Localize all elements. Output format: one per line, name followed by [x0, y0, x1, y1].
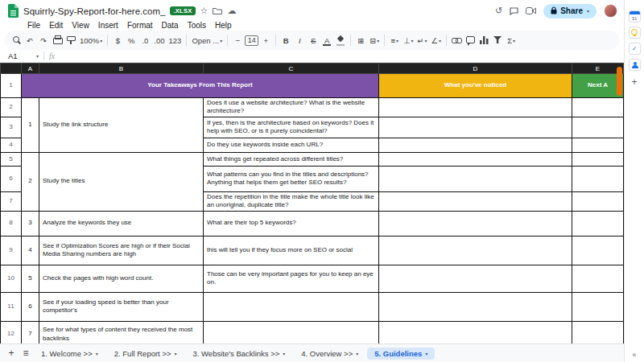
paint-format-icon[interactable] — [64, 33, 77, 47]
row-header[interactable]: 7 — [1, 191, 22, 211]
cell[interactable]: Do they use keywords inside each URL? — [204, 138, 379, 152]
star-icon[interactable]: ☆ — [200, 6, 208, 15]
cell[interactable] — [379, 166, 572, 191]
document-title[interactable]: Squirrly-Spy-Report-for-here.com_ — [23, 6, 165, 16]
undo-icon[interactable]: ↶ — [23, 33, 36, 47]
cell[interactable] — [572, 117, 624, 138]
cell[interactable] — [379, 117, 572, 138]
tab-caret-icon[interactable]: ▾ — [175, 351, 177, 356]
get-addons-icon[interactable]: + — [629, 76, 641, 88]
print-icon[interactable] — [51, 33, 64, 47]
row-header[interactable]: 6 — [1, 166, 22, 191]
share-caret-icon[interactable]: ▾ — [587, 8, 589, 14]
text-rotation-icon[interactable]: ∠▾ — [430, 33, 444, 47]
cell[interactable] — [572, 265, 624, 292]
cell[interactable] — [572, 152, 624, 166]
column-header[interactable]: D — [379, 64, 572, 74]
cell-name-box[interactable]: A1 ▾ — [8, 51, 39, 60]
cell[interactable] — [572, 236, 624, 265]
menu-tools[interactable]: Tools — [188, 21, 206, 30]
cell[interactable] — [572, 292, 624, 321]
cell[interactable] — [379, 152, 572, 166]
row-header[interactable]: 8 — [1, 211, 22, 236]
fill-color-icon[interactable] — [334, 33, 347, 47]
cell[interactable] — [379, 98, 572, 117]
menu-edit[interactable]: Edit — [49, 21, 63, 30]
menu-help[interactable]: Help — [215, 21, 232, 30]
table-header-noticed[interactable]: What you've noticed — [379, 74, 572, 98]
font-size-input[interactable]: 14 — [245, 35, 258, 46]
sheet-tab-welcome[interactable]: 1. Welcome >> ▾ — [34, 348, 105, 360]
column-header[interactable]: C — [204, 64, 379, 74]
select-all-corner[interactable] — [1, 64, 22, 74]
cell[interactable]: 2 — [22, 152, 39, 211]
row-header[interactable]: 2 — [1, 98, 22, 117]
merge-cells-icon[interactable]: ⊟▾ — [368, 33, 381, 47]
menu-insert[interactable]: Insert — [98, 21, 118, 30]
menu-view[interactable]: View — [72, 21, 89, 30]
strikethrough-icon[interactable]: S — [307, 33, 320, 47]
menu-data[interactable]: Data — [162, 21, 179, 30]
cell[interactable]: 3 — [22, 211, 39, 236]
redo-icon[interactable]: ↷ — [37, 33, 50, 47]
scrollbar-thumb[interactable] — [617, 67, 622, 96]
cell[interactable] — [572, 191, 624, 211]
currency-format-icon[interactable]: $ — [111, 33, 124, 47]
column-header[interactable]: B — [39, 64, 204, 74]
zoom-select[interactable]: 100%▾ — [78, 33, 104, 47]
percent-format-icon[interactable]: % — [125, 33, 138, 47]
cloud-status-icon[interactable]: ☁ — [227, 6, 236, 15]
tab-caret-icon[interactable]: ▾ — [356, 351, 358, 356]
cell[interactable] — [204, 321, 379, 343]
cell[interactable] — [379, 236, 572, 265]
cell[interactable] — [204, 292, 379, 321]
italic-icon[interactable]: I — [293, 33, 306, 47]
cell[interactable]: Study the titles — [39, 152, 204, 211]
sheets-logo-icon[interactable] — [8, 4, 19, 18]
cell[interactable]: 6 — [22, 292, 39, 321]
table-header-takeaways[interactable]: Your Takeaways From This Report — [22, 74, 379, 98]
meet-video-icon[interactable] — [526, 7, 536, 14]
cell[interactable]: 4 — [22, 236, 39, 265]
calendar-icon[interactable] — [629, 10, 641, 23]
increase-decimals-icon[interactable]: .00 — [152, 33, 166, 47]
tab-caret-icon[interactable]: ▾ — [96, 351, 98, 356]
cell[interactable]: See if your loading speed is better than… — [39, 292, 204, 321]
sheet-tab-guidelines[interactable]: 5. Guidelines ▾ — [367, 348, 435, 360]
tab-caret-icon[interactable]: ▾ — [425, 351, 427, 356]
row-header[interactable]: 11 — [1, 292, 22, 321]
cell[interactable]: 5 — [22, 265, 39, 292]
sheet-tab-full-report[interactable]: 2. Full Report >> ▾ — [107, 348, 184, 360]
cell[interactable] — [572, 166, 624, 191]
text-wrap-icon[interactable]: ↵▾ — [416, 33, 429, 47]
row-header[interactable]: 3 — [1, 117, 22, 138]
cell[interactable] — [379, 191, 572, 211]
increase-font-size-icon[interactable]: + — [259, 33, 272, 47]
cell[interactable]: What things get repeated across differen… — [204, 152, 379, 166]
cell[interactable]: If yes, then is the architecture based o… — [204, 117, 379, 138]
open-comments-icon[interactable] — [510, 7, 518, 15]
text-color-icon[interactable]: A — [320, 33, 333, 47]
cell[interactable]: See for what types of content they recei… — [39, 321, 204, 343]
vertical-align-icon[interactable]: ⊥▾ — [402, 33, 415, 47]
cell[interactable]: What patterns can you find in the titles… — [204, 166, 379, 191]
cell[interactable] — [572, 138, 624, 152]
decrease-font-size-icon[interactable]: − — [231, 33, 244, 47]
tab-caret-icon[interactable]: ▾ — [283, 351, 285, 356]
cell[interactable] — [379, 292, 572, 321]
keep-icon[interactable] — [629, 27, 641, 39]
column-header[interactable]: E — [572, 64, 624, 74]
move-folder-icon[interactable] — [213, 7, 222, 15]
menu-file[interactable]: File — [27, 21, 40, 30]
cell[interactable] — [572, 211, 624, 236]
cell[interactable] — [379, 138, 572, 152]
bold-icon[interactable]: B — [279, 33, 292, 47]
version-history-icon[interactable]: ↺ — [495, 6, 502, 15]
row-header[interactable]: 1 — [1, 74, 22, 98]
row-header[interactable]: 5 — [1, 152, 22, 166]
filter-icon[interactable] — [491, 33, 504, 47]
menu-format[interactable]: Format — [127, 21, 153, 30]
formula-input[interactable] — [60, 50, 624, 62]
cell[interactable]: Study the link structure — [39, 98, 204, 153]
cell[interactable] — [379, 321, 572, 343]
